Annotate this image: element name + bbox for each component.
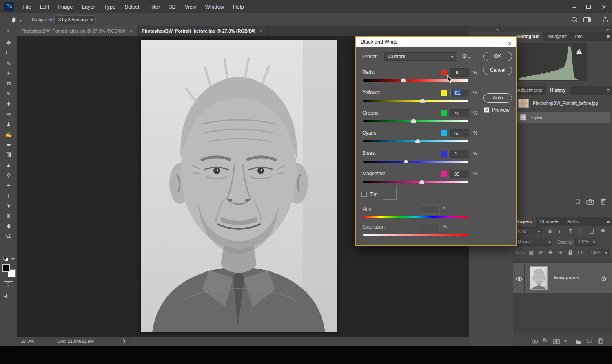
tab-navigator[interactable]: Navigator xyxy=(543,32,571,41)
swap-colors-icon[interactable]: ⇄ xyxy=(11,257,15,261)
filter-pixel-layers-icon[interactable]: ▣ xyxy=(548,228,552,234)
shape-tool[interactable]: ▲ xyxy=(0,160,17,170)
delete-state-trash-icon[interactable] xyxy=(600,198,606,206)
channel-slider-thumb[interactable] xyxy=(401,78,406,82)
snapshot-thumbnail[interactable] xyxy=(518,99,529,108)
tab-paths[interactable]: Paths xyxy=(563,217,583,226)
screen-mode-button[interactable] xyxy=(4,292,10,297)
layer-filter-kind-select[interactable]: Kind ▾ xyxy=(515,227,542,235)
layer-effects-fx-icon[interactable]: fx xyxy=(543,338,547,343)
layer-name[interactable]: Background xyxy=(554,275,579,280)
channel-value-input[interactable]: 40 xyxy=(450,109,469,117)
mini-swatch-swap[interactable]: ⇄ xyxy=(2,257,15,263)
minimize-button[interactable]: – xyxy=(572,4,576,10)
blend-mode-select[interactable]: Normal ▾ xyxy=(515,238,552,246)
custom-shape-tool[interactable]: ❋ xyxy=(0,211,17,221)
filter-adjustment-layers-icon[interactable]: ◐ xyxy=(558,228,561,234)
link-layers-icon[interactable] xyxy=(531,338,539,346)
add-layer-mask-icon[interactable] xyxy=(553,338,560,346)
layers-panel-menu-icon[interactable]: ≡ xyxy=(606,218,610,225)
dialog-title-bar[interactable]: Black and White × xyxy=(356,37,516,47)
eraser-tool[interactable]: ▰ xyxy=(0,139,17,150)
channel-slider-thumb[interactable] xyxy=(404,159,408,163)
preset-options-gear-icon[interactable]: ⚙ xyxy=(462,53,467,59)
channel-value-input[interactable]: 4 xyxy=(450,150,469,158)
gradient-tool[interactable] xyxy=(0,150,17,160)
dodge-tool[interactable]: ⚲ xyxy=(0,170,17,180)
move-tool[interactable]: ✥ xyxy=(0,38,17,48)
lasso-tool[interactable]: ∿ xyxy=(0,58,17,68)
new-group-folder-icon[interactable] xyxy=(575,338,582,346)
menu-item-edit[interactable]: Edit xyxy=(35,0,53,13)
new-layer-icon[interactable]: ❏ xyxy=(587,338,592,344)
tint-checkbox[interactable] xyxy=(361,192,367,197)
pen-tool[interactable]: ✒ xyxy=(0,180,17,190)
tab-history[interactable]: History xyxy=(546,86,570,95)
collapse-panels-icon[interactable]: » xyxy=(606,27,609,32)
new-snapshot-icon[interactable] xyxy=(586,199,594,206)
search-icon[interactable] xyxy=(571,16,578,25)
zoom-level-field[interactable]: 27,3% xyxy=(21,339,34,344)
dialog-close-icon[interactable]: × xyxy=(508,38,512,49)
document-tab[interactable]: PhotoshopBW_Portrait_before.jpg @ 27,3% … xyxy=(137,26,268,36)
ok-button[interactable]: OK xyxy=(483,52,512,61)
channel-slider-track[interactable] xyxy=(363,181,468,183)
history-snapshot-row[interactable]: PhotoshopBW_Portrait_before.jpg xyxy=(517,99,610,109)
tab-histogram[interactable]: Histogram xyxy=(513,32,543,41)
eye-icon[interactable] xyxy=(516,276,523,283)
lock-artboard-icon[interactable]: ⊞ xyxy=(558,249,563,256)
delete-layer-trash-icon[interactable] xyxy=(597,338,603,346)
channel-slider-thumb[interactable] xyxy=(415,139,420,143)
hand-tool[interactable] xyxy=(0,221,17,231)
menu-item-view[interactable]: View xyxy=(180,0,201,13)
lock-position-icon[interactable]: ✥ xyxy=(548,249,553,256)
close-window-button[interactable]: ✕ xyxy=(601,4,606,10)
quick-selection-tool[interactable]: ✶ xyxy=(0,68,17,78)
menu-item-filter[interactable]: Filter xyxy=(144,0,164,13)
share-icon[interactable] xyxy=(601,16,609,25)
channel-value-input[interactable]: 80 xyxy=(450,170,469,178)
opacity-field[interactable]: 100% ▾ xyxy=(575,238,596,246)
menu-item-type[interactable]: Type xyxy=(100,0,120,13)
channel-slider-thumb[interactable] xyxy=(420,99,425,103)
tab-layers[interactable]: Layers xyxy=(513,217,536,226)
hand-tool-icon[interactable] xyxy=(10,16,17,25)
color-swatches[interactable] xyxy=(2,264,16,277)
layer-thumbnail[interactable] xyxy=(530,266,548,290)
layer-row-background[interactable]: Background xyxy=(513,263,612,293)
tool-preset-chevron-icon[interactable]: ▾ xyxy=(20,18,22,22)
filter-smart-objects-icon[interactable]: ❏ xyxy=(589,228,594,234)
brush-tool[interactable]: ✏ xyxy=(0,109,17,119)
maximize-button[interactable] xyxy=(586,5,591,9)
history-brush-tool[interactable]: ✍ xyxy=(0,129,17,139)
channel-slider-track[interactable] xyxy=(363,161,468,163)
filter-toggle-dot[interactable] xyxy=(601,229,605,232)
foreground-color-swatch[interactable] xyxy=(2,264,10,272)
tab-channels[interactable]: Channels xyxy=(536,217,563,226)
uncached-data-warning-icon[interactable] xyxy=(576,48,583,56)
channel-slider-thumb[interactable] xyxy=(419,180,424,184)
menu-item-window[interactable]: Window xyxy=(201,0,228,13)
menu-item-image[interactable]: Image xyxy=(53,0,77,13)
filter-type-layers-icon[interactable]: T xyxy=(569,228,572,234)
tab-adjustments[interactable]: Adjustments xyxy=(513,86,546,95)
menu-item-3d[interactable]: 3D xyxy=(164,0,180,13)
history-state-open[interactable]: Open xyxy=(517,112,610,123)
menu-item-layer[interactable]: Layer xyxy=(78,0,100,13)
document-tab[interactable]: PhotoshopBW_Portrait_after.jpg @ 27,3% (… xyxy=(17,26,137,36)
status-options-chevron-icon[interactable]: ❯ xyxy=(122,339,126,343)
menu-item-select[interactable]: Select xyxy=(120,0,144,13)
channel-value-input[interactable]: 60 xyxy=(450,129,469,137)
eyedropper-tool[interactable]: ✎ xyxy=(0,88,17,99)
preset-select[interactable]: Custom ▾ xyxy=(384,52,456,61)
hue-slider-track[interactable] xyxy=(363,216,468,218)
zoom-tool[interactable] xyxy=(0,231,17,241)
menu-item-file[interactable]: File xyxy=(18,0,35,13)
collapse-dock-icon[interactable]: « xyxy=(496,27,499,32)
filter-shape-layers-icon[interactable]: ▢ xyxy=(579,228,583,234)
saturation-slider-track[interactable] xyxy=(363,234,468,236)
crop-tool[interactable]: ⧉ xyxy=(0,78,17,88)
new-adjustment-layer-icon[interactable]: ◐ xyxy=(565,338,568,344)
marquee-tool[interactable] xyxy=(0,48,17,58)
new-document-from-state-icon[interactable]: ❏ xyxy=(575,199,580,205)
